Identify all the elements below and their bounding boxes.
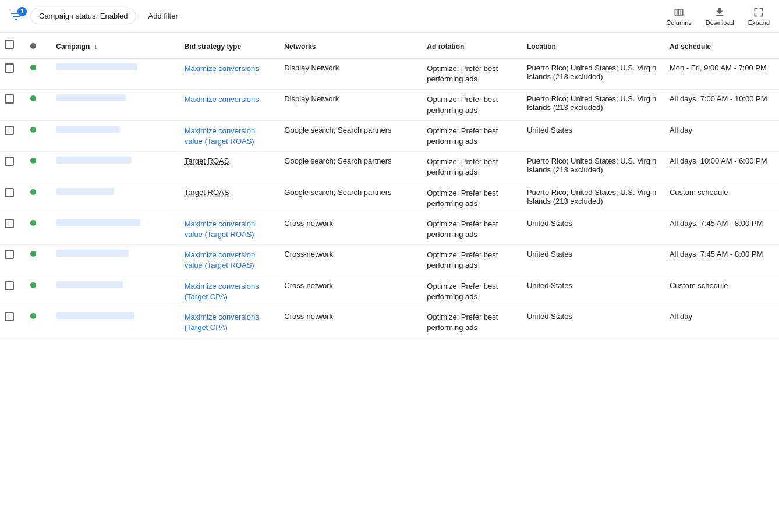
location-cell: Puerto Rico; United States; U.S. Virgin …	[522, 183, 665, 214]
bid-strategy-underline[interactable]: Target ROAS	[185, 188, 229, 197]
status-dot	[30, 313, 36, 319]
bid-strategy-link[interactable]: Maximize conversion value (Target ROAS)	[185, 250, 255, 269]
networks-cell: Google search; Search partners	[279, 183, 422, 214]
ad-schedule-cell: All day	[665, 120, 779, 151]
location-cell: Puerto Rico; United States; U.S. Virgin …	[522, 58, 665, 90]
ad-rotation-text: Optimize: Prefer best performing ads	[427, 189, 498, 208]
header-bid-strategy-label: Bid strategy type	[185, 42, 241, 51]
bid-strategy-cell: Maximize conversions (Target CPA)	[180, 307, 280, 338]
campaign-name-cell	[51, 307, 180, 338]
header-ad-schedule-col: Ad schedule	[665, 33, 779, 58]
bid-strategy-cell: Target ROAS	[180, 152, 280, 183]
ad-schedule-cell: All days, 10:00 AM - 6:00 PM	[665, 152, 779, 183]
ad-rotation-cell: Optimize: Prefer best performing ads	[422, 214, 522, 244]
add-filter-button[interactable]: Add filter	[143, 9, 182, 23]
status-dot	[30, 282, 36, 288]
status-dot	[30, 220, 36, 226]
filter-badge[interactable]: 1	[9, 9, 23, 23]
ad-rotation-text: Optimize: Prefer best performing ads	[427, 95, 498, 114]
table-row: Maximize conversion value (Target ROAS)G…	[0, 120, 779, 151]
bid-strategy-underline[interactable]: Target ROAS	[185, 157, 229, 165]
download-action[interactable]: Download	[706, 6, 734, 26]
ad-rotation-text: Optimize: Prefer best performing ads	[427, 157, 498, 176]
header-campaign-label: Campaign	[56, 42, 90, 51]
row-checkbox[interactable]	[5, 94, 14, 104]
row-checkbox[interactable]	[5, 219, 14, 228]
download-icon	[714, 6, 725, 18]
row-checkbox[interactable]	[5, 63, 14, 73]
campaigns-table-container: Campaign ↓ Bid strategy type Networks Ad…	[0, 33, 779, 338]
location-cell: United States	[522, 120, 665, 151]
status-dot	[30, 127, 36, 133]
row-checkbox[interactable]	[5, 188, 14, 197]
networks-cell: Cross-network	[279, 276, 422, 307]
status-dot	[30, 95, 36, 101]
bid-strategy-link[interactable]: Maximize conversions (Target CPA)	[185, 282, 259, 301]
campaign-name-blur[interactable]	[56, 312, 134, 319]
campaign-name-blur[interactable]	[56, 281, 123, 288]
row-checkbox[interactable]	[5, 250, 14, 259]
ad-schedule-cell: Custom schedule	[665, 276, 779, 307]
columns-action[interactable]: Columns	[666, 6, 691, 26]
header-checkbox[interactable]	[5, 40, 14, 49]
ad-rotation-cell: Optimize: Prefer best performing ads	[422, 276, 522, 307]
ad-rotation-text: Optimize: Prefer best performing ads	[427, 313, 498, 332]
bid-strategy-link[interactable]: Maximize conversion value (Target ROAS)	[185, 126, 255, 146]
ad-rotation-cell: Optimize: Prefer best performing ads	[422, 120, 522, 151]
bid-strategy-link[interactable]: Maximize conversions	[185, 95, 259, 104]
ad-rotation-text: Optimize: Prefer best performing ads	[427, 250, 498, 269]
location-cell: United States	[522, 276, 665, 307]
networks-cell: Cross-network	[279, 245, 422, 276]
campaign-sort-icon: ↓	[94, 42, 98, 51]
campaign-name-blur[interactable]	[56, 94, 126, 101]
ad-rotation-text: Optimize: Prefer best performing ads	[427, 126, 498, 146]
table-row: Maximize conversion value (Target ROAS)C…	[0, 245, 779, 276]
location-cell: United States	[522, 214, 665, 244]
header-location-label: Location	[527, 42, 556, 51]
ad-schedule-cell: All day	[665, 307, 779, 338]
filter-status-pill[interactable]: Campaign status: Enabled	[30, 8, 136, 24]
row-checkbox[interactable]	[5, 312, 14, 321]
table-row: Target ROASGoogle search; Search partner…	[0, 183, 779, 214]
campaign-name-blur[interactable]	[56, 157, 132, 164]
expand-label: Expand	[748, 19, 770, 26]
campaign-name-blur[interactable]	[56, 63, 137, 70]
ad-rotation-cell: Optimize: Prefer best performing ads	[422, 245, 522, 276]
campaign-name-cell	[51, 152, 180, 183]
campaign-name-blur[interactable]	[56, 126, 120, 133]
header-networks-col: Networks	[279, 33, 422, 58]
networks-cell: Google search; Search partners	[279, 120, 422, 151]
campaign-name-blur[interactable]	[56, 219, 140, 226]
row-checkbox[interactable]	[5, 281, 14, 290]
campaign-name-blur[interactable]	[56, 188, 114, 195]
header-campaign-col[interactable]: Campaign ↓	[51, 33, 180, 58]
expand-action[interactable]: Expand	[748, 6, 770, 26]
ad-schedule-cell: All days, 7:45 AM - 8:00 PM	[665, 214, 779, 244]
status-dot	[30, 251, 36, 257]
filter-badge-count: 1	[17, 7, 27, 16]
toolbar: 1 Campaign status: Enabled Add filter Co…	[0, 0, 779, 33]
bid-strategy-link[interactable]: Maximize conversion value (Target ROAS)	[185, 219, 255, 239]
ad-rotation-cell: Optimize: Prefer best performing ads	[422, 90, 522, 120]
ad-rotation-text: Optimize: Prefer best performing ads	[427, 64, 498, 83]
campaign-name-cell	[51, 214, 180, 244]
networks-cell: Display Network	[279, 90, 422, 120]
campaign-name-cell	[51, 245, 180, 276]
table-row: Target ROASGoogle search; Search partner…	[0, 152, 779, 183]
campaign-name-cell	[51, 90, 180, 120]
campaign-name-cell	[51, 276, 180, 307]
table-row: Maximize conversionsDisplay NetworkOptim…	[0, 90, 779, 120]
header-status-col	[26, 33, 51, 58]
bid-strategy-link[interactable]: Maximize conversions	[185, 64, 259, 73]
location-cell: Puerto Rico; United States; U.S. Virgin …	[522, 152, 665, 183]
ad-rotation-text: Optimize: Prefer best performing ads	[427, 282, 498, 301]
table-header-row: Campaign ↓ Bid strategy type Networks Ad…	[0, 33, 779, 58]
header-bid-strategy-col: Bid strategy type	[180, 33, 280, 58]
bid-strategy-link[interactable]: Maximize conversions (Target CPA)	[185, 313, 259, 332]
row-checkbox[interactable]	[5, 126, 14, 135]
table-row: Maximize conversionsDisplay NetworkOptim…	[0, 58, 779, 90]
campaign-name-blur[interactable]	[56, 250, 129, 257]
header-ad-rotation-label: Ad rotation	[427, 42, 464, 51]
row-checkbox[interactable]	[5, 157, 14, 166]
networks-cell: Display Network	[279, 58, 422, 90]
